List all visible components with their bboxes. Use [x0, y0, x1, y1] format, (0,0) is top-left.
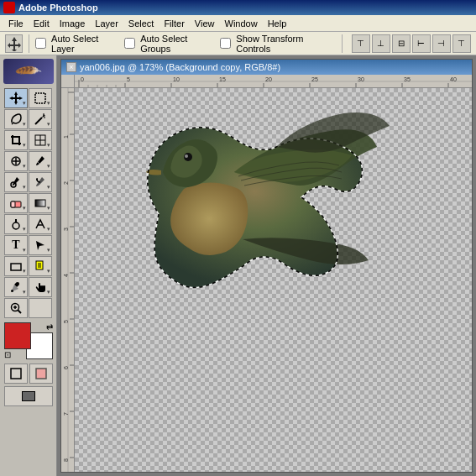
brush-tool[interactable]: ▾	[29, 151, 52, 171]
align-hcenter-btn[interactable]: ⊣	[432, 34, 451, 53]
align-vcenter-btn[interactable]: ⊥	[372, 34, 390, 53]
lasso-tool[interactable]: ▾	[4, 109, 28, 129]
eyedropper-tool[interactable]: ▾	[4, 277, 28, 297]
text-tool[interactable]: T ▾	[4, 235, 28, 255]
canvas-inner[interactable]: 0 5 10 15	[61, 75, 472, 472]
menu-window[interactable]: Window	[220, 17, 263, 30]
svg-text:5: 5	[63, 320, 69, 323]
canvas-titlebar: × yan006.jpg @ 173% (Background copy, RG…	[61, 60, 472, 75]
standard-mode-btn[interactable]	[4, 364, 28, 384]
tool-row-3: ▾ ▾	[4, 130, 52, 150]
swap-colors-icon[interactable]: ⇄	[46, 322, 53, 332]
show-transform-checkbox[interactable]	[220, 38, 231, 49]
svg-rect-16	[11, 201, 15, 207]
magic-wand-tool[interactable]: ▾	[29, 109, 52, 129]
svg-rect-17	[35, 200, 45, 207]
canvas-close-btn[interactable]: ×	[66, 62, 76, 72]
canvas-checkerboard[interactable]	[75, 88, 472, 472]
foreground-color-swatch[interactable]	[4, 322, 31, 349]
tool-row-10: ▾ ▾	[4, 277, 52, 297]
canvas-content[interactable]	[75, 88, 472, 472]
tool-row-5: ▾ ▾	[4, 172, 52, 192]
svg-point-77	[185, 154, 188, 158]
menu-help[interactable]: Help	[263, 17, 292, 30]
svg-text:15: 15	[219, 76, 226, 82]
svg-rect-31	[11, 369, 21, 379]
dodge-tool[interactable]: ▾	[4, 214, 28, 234]
align-bottom-btn[interactable]: ⊟	[392, 34, 411, 53]
svg-rect-2	[35, 93, 45, 103]
bird-image	[108, 105, 394, 323]
history-brush-tool[interactable]: ▾	[29, 172, 52, 192]
main-area: 🪶 ▾ ▾ ▾	[0, 55, 476, 476]
svg-marker-0	[8, 37, 21, 51]
auto-select-groups-checkbox[interactable]	[124, 38, 135, 49]
svg-text:30: 30	[358, 76, 364, 82]
tool-row-7: ▾ ▾	[4, 214, 52, 234]
eraser-tool[interactable]: ▾	[4, 193, 28, 213]
svg-text:4: 4	[63, 274, 69, 277]
menu-view[interactable]: View	[190, 17, 220, 30]
svg-text:8: 8	[63, 458, 69, 462]
svg-text:5: 5	[127, 76, 130, 82]
svg-rect-21	[11, 264, 21, 270]
separator-2	[342, 34, 343, 53]
separator-1	[29, 34, 29, 53]
tool-row-1: ▾ ▾	[4, 88, 52, 108]
ruler-left: 1 2 3 4	[61, 88, 75, 472]
marquee-tool[interactable]: ▾	[29, 88, 52, 108]
slice-tool[interactable]: ▾	[29, 130, 52, 150]
tool-row-9: ▾ ▾	[4, 256, 52, 276]
move-tool[interactable]: ▾	[4, 88, 28, 108]
clone-stamp-tool[interactable]: ▾	[4, 172, 28, 192]
notes-tool[interactable]: ▾	[29, 256, 52, 276]
menu-file[interactable]: File	[3, 17, 29, 30]
svg-marker-20	[36, 241, 44, 250]
tool-row-6: ▾ ▾	[4, 193, 52, 213]
tool-row-2: ▾ ▾	[4, 109, 52, 129]
hand-tool[interactable]: ▾	[29, 277, 52, 297]
svg-text:3: 3	[63, 228, 69, 231]
ruler-top: 0 5 10 15	[75, 75, 472, 88]
svg-text:0: 0	[81, 76, 84, 82]
full-screen-btn[interactable]	[4, 386, 53, 406]
screen-mode-row	[4, 386, 53, 406]
options-bar: Auto Select Layer Auto Select Groups Sho…	[0, 32, 476, 55]
svg-text:20: 20	[265, 76, 272, 82]
ruler-corner	[61, 75, 75, 88]
quick-mask-btn[interactable]	[29, 364, 53, 384]
svg-text:40: 40	[450, 76, 457, 82]
align-right-btn[interactable]: ⊤	[452, 34, 471, 53]
quick-mask-row	[4, 364, 53, 384]
pen-tool[interactable]: ▾	[29, 214, 52, 234]
crop-tool[interactable]: ▾	[4, 130, 28, 150]
default-colors-icon[interactable]: ⊡	[4, 350, 11, 359]
zoom-tool[interactable]	[4, 298, 28, 318]
feather-icon: 🪶	[13, 59, 43, 84]
align-left-btn[interactable]: ⊢	[412, 34, 431, 53]
svg-text:25: 25	[311, 76, 318, 82]
menu-image[interactable]: Image	[55, 17, 91, 30]
heal-tool[interactable]: ▾	[4, 151, 28, 171]
menu-layer[interactable]: Layer	[90, 17, 123, 30]
svg-point-26	[11, 290, 13, 292]
canvas-area: × yan006.jpg @ 173% (Background copy, RG…	[57, 55, 476, 476]
svg-text:1: 1	[63, 135, 69, 139]
menu-filter[interactable]: Filter	[159, 17, 189, 30]
tool-row-8: T ▾ ▾	[4, 235, 52, 255]
gradient-tool[interactable]: ▾	[29, 193, 52, 213]
menu-select[interactable]: Select	[123, 17, 160, 30]
move-tool-options-icon[interactable]	[5, 34, 23, 53]
menu-edit[interactable]: Edit	[29, 17, 55, 30]
auto-select-layer-checkbox[interactable]	[35, 38, 46, 49]
align-top-btn[interactable]: ⊤	[352, 34, 370, 53]
path-select-tool[interactable]: ▾	[29, 235, 52, 255]
svg-text:35: 35	[404, 76, 411, 82]
transform-options: ⊤ ⊥ ⊟ ⊢ ⊣ ⊤	[352, 34, 471, 53]
shape-tool[interactable]: ▾	[4, 256, 28, 276]
app-title: Adobe Photoshop	[18, 3, 98, 13]
canvas-window: × yan006.jpg @ 173% (Background copy, RG…	[60, 59, 473, 473]
svg-line-28	[18, 311, 22, 314]
title-bar: Adobe Photoshop	[0, 0, 476, 15]
svg-text:2: 2	[63, 181, 69, 185]
